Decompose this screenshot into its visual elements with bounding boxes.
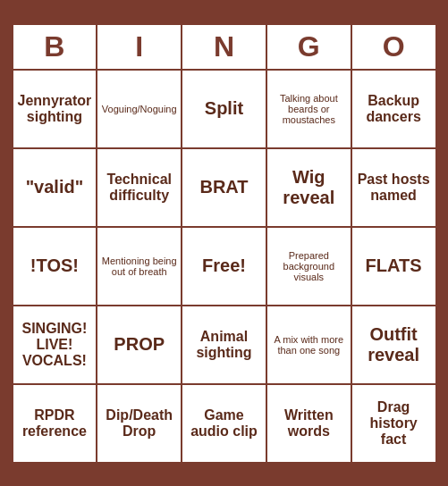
cell-24: Drag history fact: [351, 384, 436, 463]
bingo-grid: Jennyrator sightingVoguing/NoguingSplitT…: [13, 70, 436, 463]
cell-22: Game audio clip: [182, 384, 266, 463]
cell-1: Voguing/Noguing: [97, 70, 182, 148]
cell-20: RPDR reference: [13, 384, 97, 463]
bingo-card: BINGO Jennyrator sightingVoguing/Noguing…: [10, 21, 439, 465]
cell-14: FLATS: [351, 227, 436, 306]
header-letter-i: I: [97, 24, 182, 70]
cell-3: Talking about beards or moustaches: [266, 70, 351, 148]
cell-2: Split: [182, 70, 266, 148]
cell-10: !TOS!: [13, 227, 97, 306]
cell-6: Technical difficulty: [97, 148, 182, 227]
cell-23: Written words: [266, 384, 351, 463]
bingo-header: BINGO: [13, 24, 436, 70]
cell-17: Animal sighting: [182, 306, 266, 384]
header-letter-b: B: [13, 24, 97, 70]
cell-7: BRAT: [182, 148, 266, 227]
cell-5: "valid": [13, 148, 97, 227]
cell-19: Outfit reveal: [351, 306, 436, 384]
cell-11: Mentioning being out of breath: [97, 227, 182, 306]
cell-18: A mix with more than one song: [266, 306, 351, 384]
header-letter-o: O: [351, 24, 436, 70]
header-letter-g: G: [266, 24, 351, 70]
cell-0: Jennyrator sighting: [13, 70, 97, 148]
cell-4: Backup dancers: [351, 70, 436, 148]
cell-21: Dip/Death Drop: [97, 384, 182, 463]
cell-13: Prepared background visuals: [266, 227, 351, 306]
cell-12: Free!: [182, 227, 266, 306]
header-letter-n: N: [182, 24, 266, 70]
cell-9: Past hosts named: [351, 148, 436, 227]
cell-8: Wig reveal: [266, 148, 351, 227]
cell-15: SINGING! LIVE! VOCALS!: [13, 306, 97, 384]
cell-16: PROP: [97, 306, 182, 384]
